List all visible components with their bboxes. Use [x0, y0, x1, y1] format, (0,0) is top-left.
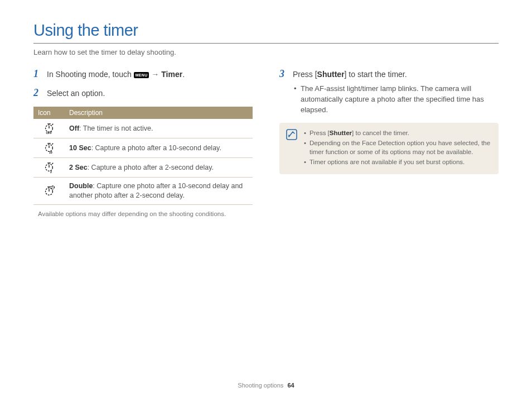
opt-desc: : Capture one photo after a 10-second de… — [69, 182, 243, 199]
table-row: OFF Off: The timer is not active. — [33, 119, 253, 138]
page-number: 64 — [287, 382, 294, 389]
step1-post: . — [182, 70, 185, 79]
step-2: 2 Select an option. — [33, 88, 253, 99]
step3-bullet: The AF-assist light/timer lamp blinks. T… — [293, 83, 499, 115]
th-desc: Description — [65, 107, 253, 119]
opt-label: Off — [69, 125, 79, 132]
cell-desc: 2 Sec: Capture a photo after a 2-second … — [65, 158, 253, 178]
note1-btn: Shutter — [330, 130, 352, 136]
step-number: 2 — [33, 88, 41, 99]
step-number: 1 — [33, 69, 41, 80]
svg-text:2: 2 — [50, 170, 52, 173]
step-body: Press [Shutter] to start the timer. The … — [293, 69, 499, 115]
step-body: Select an option. — [47, 88, 105, 99]
left-column: 1 In Shooting mode, touch MENU → Timer. … — [33, 69, 253, 217]
opt-desc: : Capture a photo after a 2-second delay… — [88, 164, 214, 171]
page-title: Using the timer — [33, 21, 499, 40]
shutter-label: Shutter — [317, 70, 345, 79]
cell-desc: 10 Sec: Capture a photo after a 10-secon… — [65, 138, 253, 158]
note1-post: ] to cancel the timer. — [352, 130, 409, 136]
table-caption: Available options may differ depending o… — [38, 210, 253, 217]
right-column: 3 Press [Shutter] to start the timer. Th… — [279, 69, 499, 217]
step-3: 3 Press [Shutter] to start the timer. Th… — [279, 69, 499, 115]
step-1: 1 In Shooting mode, touch MENU → Timer. — [33, 69, 253, 80]
table-row: 10 10 Sec: Capture a photo after a 10-se… — [33, 138, 253, 158]
page-footer: Shooting options 64 — [0, 382, 532, 389]
step1-target: Timer — [161, 70, 182, 79]
step-body: In Shooting mode, touch MENU → Timer. — [47, 69, 185, 80]
cell-desc: Off: The timer is not active. — [65, 119, 253, 138]
table-row: Double: Capture one photo after a 10-sec… — [33, 178, 253, 205]
step3-post: ] to start the timer. — [345, 70, 407, 79]
svg-line-13 — [52, 163, 53, 164]
note-item: Depending on the Face Detection option y… — [303, 138, 492, 156]
footer-section: Shooting options — [238, 382, 283, 389]
timer-10s-icon: 10 — [33, 138, 65, 158]
note-item: Press [Shutter] to cancel the timer. — [303, 128, 492, 137]
step3-pre: Press [ — [293, 70, 317, 79]
step1-pre: In Shooting mode, touch — [47, 70, 134, 79]
svg-text:OFF: OFF — [46, 131, 53, 134]
opt-label: 2 Sec — [69, 164, 88, 171]
note-icon — [286, 129, 297, 168]
svg-line-8 — [52, 143, 53, 145]
note-list: Press [Shutter] to cancel the timer. Dep… — [303, 128, 492, 168]
opt-desc: : Capture a photo after a 10-second dela… — [91, 144, 221, 152]
step-number: 3 — [279, 69, 287, 115]
menu-icon: MENU — [134, 72, 149, 78]
opt-desc: : The timer is not active. — [79, 125, 153, 132]
note-box: Press [Shutter] to cancel the timer. Dep… — [279, 123, 499, 174]
intro-text: Learn how to set the timer to delay shoo… — [33, 48, 499, 56]
opt-label: 10 Sec — [69, 144, 91, 152]
options-table: Icon Description — [33, 107, 253, 205]
table-row: 2 2 Sec: Capture a photo after a 2-secon… — [33, 158, 253, 178]
note-item: Timer options are not available if you s… — [303, 157, 492, 166]
svg-line-3 — [52, 124, 53, 125]
timer-off-icon: OFF — [33, 119, 65, 138]
cell-desc: Double: Capture one photo after a 10-sec… — [65, 178, 253, 205]
timer-double-icon — [33, 178, 65, 205]
svg-text:10: 10 — [49, 151, 52, 154]
arrow-icon: → — [149, 70, 161, 79]
th-icon: Icon — [33, 107, 65, 119]
title-rule — [33, 43, 499, 44]
timer-2s-icon: 2 — [33, 158, 65, 178]
opt-label: Double — [69, 182, 93, 190]
svg-rect-20 — [287, 130, 297, 140]
note1-pre: Press [ — [309, 130, 330, 136]
